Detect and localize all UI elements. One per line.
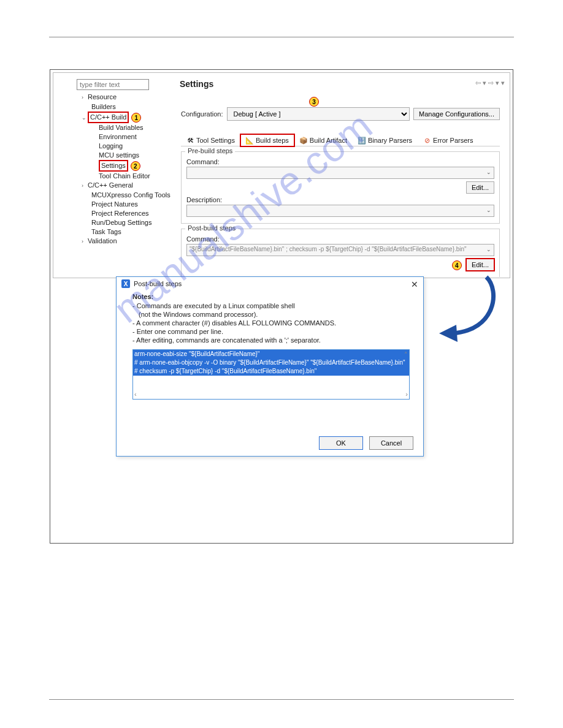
binary-icon: 🔢 xyxy=(358,137,366,144)
tree-item-build-variables[interactable]: Build Variables xyxy=(77,123,165,132)
pre-build-description-label: Description: xyxy=(186,196,494,203)
command-line: arm-none-eabi-size "${BuildArtifactFileN… xyxy=(133,350,409,358)
tab-label: Build Artifact xyxy=(310,137,347,144)
configuration-row: Configuration: Debug [ Active ] Manage C… xyxy=(181,107,500,121)
properties-panel: ›Resource Builders ⌄C/C++ Build1 Build V… xyxy=(53,72,510,278)
note-line: (not the Windows command processor). xyxy=(132,310,411,319)
tree-item-logging[interactable]: Logging xyxy=(77,142,165,151)
post-build-fieldset: Post-build steps Command: "${BuildArtifa… xyxy=(181,229,500,277)
command-line: # arm-none-eabi-objcopy -v -O binary "${… xyxy=(133,358,409,367)
scroll-right-icon[interactable]: › xyxy=(405,390,408,398)
pre-build-description-input[interactable]: ⌄ xyxy=(186,205,494,217)
settings-body: Configuration: Debug [ Active ] Manage C… xyxy=(171,95,510,282)
tree-item-validation[interactable]: ›Validation xyxy=(77,237,165,246)
tree-item-mcu-settings[interactable]: MCU settings xyxy=(77,151,165,160)
chevron-down-icon: ⌄ xyxy=(82,113,88,123)
pre-build-command-input[interactable]: ⌄ xyxy=(186,167,494,179)
configuration-select[interactable]: Debug [ Active ] xyxy=(227,107,410,121)
ok-button[interactable]: OK xyxy=(319,436,363,450)
dialog-title-text: Post-build steps xyxy=(134,280,182,287)
tab-error-parsers[interactable]: ⊘Error Parsers xyxy=(418,134,478,146)
command-line: # checksum -p ${TargetChip} -d "${BuildA… xyxy=(133,367,409,376)
chevron-right-icon: › xyxy=(82,237,88,246)
filter-text-input[interactable] xyxy=(77,79,149,90)
post-build-edit-button[interactable]: Edit... xyxy=(466,259,494,271)
settings-main-pane: Settings ⇦ ▾ ⇨ ▾ ▾ Configuration: Debug … xyxy=(171,73,510,278)
dialog-footer: OK Cancel xyxy=(319,436,413,450)
note-line: - A comment character (#) disables ALL F… xyxy=(132,319,411,327)
commands-textarea[interactable]: arm-none-eabi-size "${BuildArtifactFileN… xyxy=(132,349,410,400)
tab-build-artifact[interactable]: 📦Build Artifact xyxy=(294,134,353,146)
post-build-command-label: Command: xyxy=(186,235,494,243)
error-icon: ⊘ xyxy=(423,137,431,144)
tree-item-project-references[interactable]: Project References xyxy=(77,209,165,218)
post-build-command-input[interactable]: "${BuildArtifactFileBaseName}.bin" ; che… xyxy=(186,244,494,256)
callout-badge-3: 3 xyxy=(309,97,319,107)
scroll-up-icon[interactable]: ˄ xyxy=(404,351,408,359)
tree-pane: ›Resource Builders ⌄C/C++ Build1 Build V… xyxy=(77,79,165,246)
callout-badge-1: 1 xyxy=(131,113,141,123)
tree-label: Validation xyxy=(88,237,117,245)
tree-label: C/C++ Build xyxy=(90,113,126,121)
tree-item-mcux-config[interactable]: MCUXpresso Config Tools xyxy=(77,191,165,200)
steps-icon: 📐 xyxy=(246,137,253,144)
chevron-down-icon: ⌄ xyxy=(486,207,491,213)
tab-label: Tool Settings xyxy=(196,137,235,144)
post-build-steps-dialog: X Post-build steps ✕ Notes: - Commands a… xyxy=(116,276,424,457)
tab-label: Error Parsers xyxy=(433,137,473,144)
notes-heading: Notes: xyxy=(132,293,411,300)
cancel-button[interactable]: Cancel xyxy=(369,436,413,450)
chevron-right-icon: › xyxy=(82,181,88,191)
tab-label: Build steps xyxy=(256,137,289,144)
note-line: - After editing, commands are concatenat… xyxy=(132,336,411,344)
callout-badge-2: 2 xyxy=(131,161,140,171)
tree-item-environment[interactable]: Environment xyxy=(77,132,165,142)
note-line: - Commands are executed by a Linux compa… xyxy=(132,301,411,310)
callout-badge-4: 4 xyxy=(452,260,462,270)
pre-build-command-label: Command: xyxy=(186,158,494,165)
tree-item-settings[interactable]: Settings2 xyxy=(77,160,165,172)
dialog-app-icon: X xyxy=(121,279,130,288)
manage-configurations-button[interactable]: Manage Configurations... xyxy=(413,108,500,120)
pre-build-legend: Pre-build steps xyxy=(185,147,235,154)
chevron-right-icon: › xyxy=(82,93,88,102)
settings-tabs: 🛠Tool Settings 📐Build steps 📦Build Artif… xyxy=(181,132,500,146)
highlight-cpp-build: C/C++ Build xyxy=(88,112,129,123)
artifact-icon: 📦 xyxy=(300,137,307,144)
tree-item-resource[interactable]: ›Resource xyxy=(77,93,165,102)
nav-arrows[interactable]: ⇦ ▾ ⇨ ▾ ▾ xyxy=(475,79,505,87)
tree-label: C/C++ General xyxy=(88,181,133,189)
wrench-icon: 🛠 xyxy=(186,137,194,144)
tree-item-cpp-build[interactable]: ⌄C/C++ Build1 xyxy=(77,112,165,123)
note-line: - Enter one command per line. xyxy=(132,327,411,336)
post-build-legend: Post-build steps xyxy=(185,224,238,232)
configuration-label: Configuration: xyxy=(181,110,223,118)
page-title: Settings xyxy=(171,73,510,95)
chevron-down-icon: ⌄ xyxy=(486,169,491,175)
tree-label: Settings xyxy=(101,162,126,169)
dialog-titlebar: X Post-build steps ✕ xyxy=(117,277,423,290)
page-top-rule xyxy=(49,37,514,37)
tree-item-cpp-general[interactable]: ›C/C++ General xyxy=(77,181,165,191)
dialog-body: Notes: - Commands are executed by a Linu… xyxy=(117,290,423,404)
close-icon[interactable]: ✕ xyxy=(411,279,418,289)
tab-label: Binary Parsers xyxy=(368,137,412,144)
highlight-settings: Settings xyxy=(99,160,128,172)
tab-binary-parsers[interactable]: 🔢Binary Parsers xyxy=(353,134,418,146)
preference-tree: ›Resource Builders ⌄C/C++ Build1 Build V… xyxy=(77,93,165,246)
tab-build-steps[interactable]: 📐Build steps xyxy=(240,134,294,146)
tree-item-toolchain-editor[interactable]: Tool Chain Editor xyxy=(77,172,165,181)
tab-tool-settings[interactable]: 🛠Tool Settings xyxy=(181,134,240,146)
tree-item-task-tags[interactable]: Task Tags xyxy=(77,227,165,237)
tree-label: Resource xyxy=(88,93,117,100)
notes-text: - Commands are executed by a Linux compa… xyxy=(132,301,411,344)
tree-item-project-natures[interactable]: Project Natures xyxy=(77,200,165,209)
tree-item-rundebug[interactable]: Run/Debug Settings xyxy=(77,218,165,227)
tree-item-builders[interactable]: Builders xyxy=(77,102,165,112)
pre-build-edit-button[interactable]: Edit... xyxy=(466,181,494,194)
chevron-down-icon: ⌄ xyxy=(486,246,491,252)
pre-build-fieldset: Pre-build steps Command: ⌄ Edit... Descr… xyxy=(181,151,500,224)
page-bottom-rule xyxy=(49,699,514,700)
scroll-left-icon[interactable]: ‹ xyxy=(134,390,137,398)
